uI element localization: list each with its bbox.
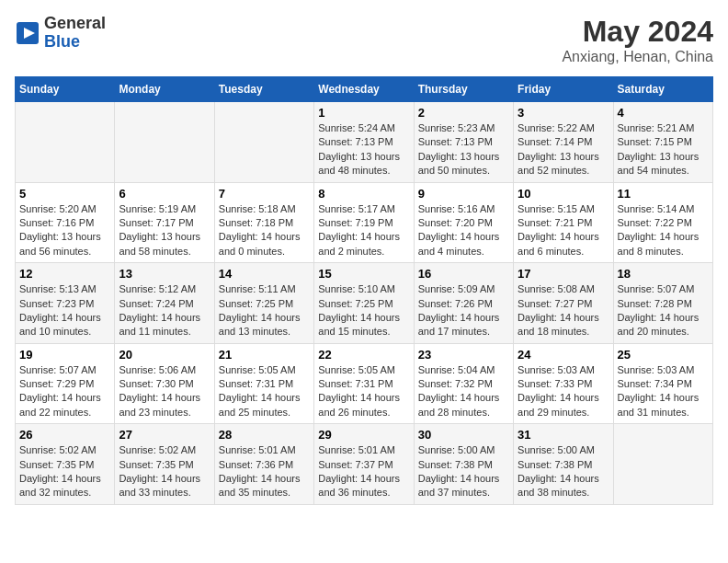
weekday-header-sunday: Sunday [16,77,115,102]
day-info: Sunrise: 5:16 AM Sunset: 7:20 PM Dayligh… [418,202,509,259]
day-number: 10 [518,187,609,201]
day-info: Sunrise: 5:20 AM Sunset: 7:16 PM Dayligh… [19,202,110,259]
calendar-cell: 28Sunrise: 5:01 AM Sunset: 7:36 PM Dayli… [214,424,313,505]
day-number: 31 [518,428,609,442]
day-info: Sunrise: 5:23 AM Sunset: 7:13 PM Dayligh… [418,121,509,178]
weekday-header-saturday: Saturday [613,77,712,102]
day-number: 20 [119,348,210,362]
calendar-cell: 27Sunrise: 5:02 AM Sunset: 7:35 PM Dayli… [115,424,214,505]
calendar-cell: 13Sunrise: 5:12 AM Sunset: 7:24 PM Dayli… [115,263,214,344]
day-info: Sunrise: 5:00 AM Sunset: 7:38 PM Dayligh… [518,443,609,500]
calendar-week-row: 19Sunrise: 5:07 AM Sunset: 7:29 PM Dayli… [16,343,713,424]
day-info: Sunrise: 5:05 AM Sunset: 7:31 PM Dayligh… [219,363,310,420]
calendar-cell: 17Sunrise: 5:08 AM Sunset: 7:27 PM Dayli… [514,263,613,344]
calendar-cell: 20Sunrise: 5:06 AM Sunset: 7:30 PM Dayli… [115,343,214,424]
weekday-header-tuesday: Tuesday [214,77,313,102]
page-subtitle: Anxiang, Henan, China [562,49,713,65]
day-info: Sunrise: 5:10 AM Sunset: 7:25 PM Dayligh… [318,282,409,339]
day-number: 23 [418,348,509,362]
page-title: May 2024 [562,15,713,49]
day-info: Sunrise: 5:14 AM Sunset: 7:22 PM Dayligh… [618,202,709,259]
day-number: 9 [418,187,509,201]
day-number: 8 [318,187,409,201]
calendar-cell: 8Sunrise: 5:17 AM Sunset: 7:19 PM Daylig… [314,182,414,263]
day-info: Sunrise: 5:07 AM Sunset: 7:29 PM Dayligh… [19,363,110,420]
day-info: Sunrise: 5:05 AM Sunset: 7:31 PM Dayligh… [318,363,409,420]
day-number: 16 [418,267,509,281]
calendar-cell [16,102,115,183]
day-info: Sunrise: 5:17 AM Sunset: 7:19 PM Dayligh… [318,202,409,259]
day-number: 14 [219,267,310,281]
day-number: 21 [219,348,310,362]
calendar-cell: 19Sunrise: 5:07 AM Sunset: 7:29 PM Dayli… [16,343,115,424]
day-info: Sunrise: 5:19 AM Sunset: 7:17 PM Dayligh… [119,202,210,259]
day-info: Sunrise: 5:00 AM Sunset: 7:38 PM Dayligh… [418,443,509,500]
day-info: Sunrise: 5:09 AM Sunset: 7:26 PM Dayligh… [418,282,509,339]
day-number: 13 [119,267,210,281]
calendar-cell: 16Sunrise: 5:09 AM Sunset: 7:26 PM Dayli… [414,263,513,344]
calendar-cell: 2Sunrise: 5:23 AM Sunset: 7:13 PM Daylig… [414,102,513,183]
weekday-header-row: SundayMondayTuesdayWednesdayThursdayFrid… [16,77,713,102]
day-info: Sunrise: 5:13 AM Sunset: 7:23 PM Dayligh… [19,282,110,339]
day-number: 27 [119,428,210,442]
title-area: May 2024 Anxiang, Henan, China [562,15,713,65]
calendar-week-row: 12Sunrise: 5:13 AM Sunset: 7:23 PM Dayli… [16,263,713,344]
day-number: 11 [618,187,709,201]
calendar-week-row: 5Sunrise: 5:20 AM Sunset: 7:16 PM Daylig… [16,182,713,263]
day-number: 15 [318,267,409,281]
calendar-cell [613,424,712,505]
day-number: 3 [518,106,609,120]
day-info: Sunrise: 5:11 AM Sunset: 7:25 PM Dayligh… [219,282,310,339]
calendar-cell: 30Sunrise: 5:00 AM Sunset: 7:38 PM Dayli… [414,424,513,505]
calendar-cell: 11Sunrise: 5:14 AM Sunset: 7:22 PM Dayli… [613,182,712,263]
calendar-cell: 25Sunrise: 5:03 AM Sunset: 7:34 PM Dayli… [613,343,712,424]
day-number: 6 [119,187,210,201]
header: General Blue May 2024 Anxiang, Henan, Ch… [15,15,713,65]
calendar-cell: 12Sunrise: 5:13 AM Sunset: 7:23 PM Dayli… [16,263,115,344]
logo-icon [15,20,40,46]
day-info: Sunrise: 5:21 AM Sunset: 7:15 PM Dayligh… [618,121,709,178]
calendar-cell [115,102,214,183]
day-number: 25 [618,348,709,362]
weekday-header-wednesday: Wednesday [314,77,414,102]
calendar-cell: 24Sunrise: 5:03 AM Sunset: 7:33 PM Dayli… [514,343,613,424]
calendar-week-row: 26Sunrise: 5:02 AM Sunset: 7:35 PM Dayli… [16,424,713,505]
day-number: 2 [418,106,509,120]
calendar-cell: 10Sunrise: 5:15 AM Sunset: 7:21 PM Dayli… [514,182,613,263]
calendar-cell: 3Sunrise: 5:22 AM Sunset: 7:14 PM Daylig… [514,102,613,183]
calendar-table: SundayMondayTuesdayWednesdayThursdayFrid… [15,76,713,505]
calendar-cell: 22Sunrise: 5:05 AM Sunset: 7:31 PM Dayli… [314,343,414,424]
calendar-cell: 21Sunrise: 5:05 AM Sunset: 7:31 PM Dayli… [214,343,313,424]
day-number: 12 [19,267,110,281]
day-info: Sunrise: 5:06 AM Sunset: 7:30 PM Dayligh… [119,363,210,420]
calendar-cell: 7Sunrise: 5:18 AM Sunset: 7:18 PM Daylig… [214,182,313,263]
day-info: Sunrise: 5:02 AM Sunset: 7:35 PM Dayligh… [19,443,110,500]
logo-text: General Blue [44,15,106,52]
day-number: 18 [618,267,709,281]
logo: General Blue [15,15,106,52]
day-info: Sunrise: 5:18 AM Sunset: 7:18 PM Dayligh… [219,202,310,259]
day-info: Sunrise: 5:15 AM Sunset: 7:21 PM Dayligh… [518,202,609,259]
calendar-cell: 26Sunrise: 5:02 AM Sunset: 7:35 PM Dayli… [16,424,115,505]
day-info: Sunrise: 5:03 AM Sunset: 7:33 PM Dayligh… [518,363,609,420]
calendar-cell: 9Sunrise: 5:16 AM Sunset: 7:20 PM Daylig… [414,182,513,263]
calendar-cell: 15Sunrise: 5:10 AM Sunset: 7:25 PM Dayli… [314,263,414,344]
day-info: Sunrise: 5:04 AM Sunset: 7:32 PM Dayligh… [418,363,509,420]
calendar-cell: 4Sunrise: 5:21 AM Sunset: 7:15 PM Daylig… [613,102,712,183]
day-info: Sunrise: 5:01 AM Sunset: 7:37 PM Dayligh… [318,443,409,500]
day-number: 1 [318,106,409,120]
day-info: Sunrise: 5:24 AM Sunset: 7:13 PM Dayligh… [318,121,409,178]
day-info: Sunrise: 5:03 AM Sunset: 7:34 PM Dayligh… [618,363,709,420]
weekday-header-thursday: Thursday [414,77,513,102]
day-number: 24 [518,348,609,362]
weekday-header-monday: Monday [115,77,214,102]
day-number: 17 [518,267,609,281]
calendar-cell: 29Sunrise: 5:01 AM Sunset: 7:37 PM Dayli… [314,424,414,505]
day-number: 29 [318,428,409,442]
calendar-cell [214,102,313,183]
day-number: 5 [19,187,110,201]
day-number: 22 [318,348,409,362]
day-info: Sunrise: 5:02 AM Sunset: 7:35 PM Dayligh… [119,443,210,500]
calendar-cell: 1Sunrise: 5:24 AM Sunset: 7:13 PM Daylig… [314,102,414,183]
calendar-week-row: 1Sunrise: 5:24 AM Sunset: 7:13 PM Daylig… [16,102,713,183]
